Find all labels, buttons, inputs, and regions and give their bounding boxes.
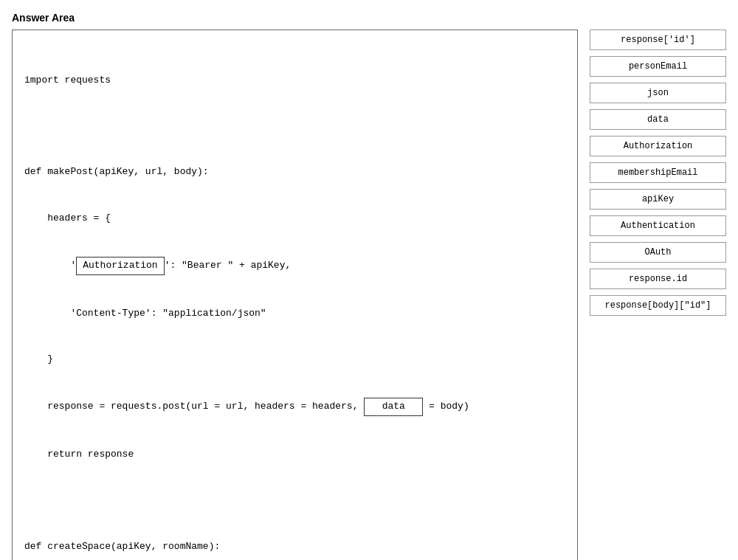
sidebar-item-json[interactable]: json <box>590 83 726 103</box>
code-line: headers = { <box>24 211 565 227</box>
code-line <box>24 493 565 508</box>
code-line: } <box>24 352 565 367</box>
sidebar-item-authorization[interactable]: Authorization <box>590 136 726 156</box>
sidebar-item-response-body-id[interactable]: response[body]["id"] <box>590 295 726 316</box>
code-line: return response <box>24 447 565 463</box>
main-container: import requests def makePost(apiKey, url… <box>12 30 726 560</box>
code-line: 'Authorization': "Bearer " + apiKey, <box>24 257 565 275</box>
code-box: import requests def makePost(apiKey, url… <box>12 30 578 560</box>
code-line: 'Content-Type': "application/json" <box>24 306 565 322</box>
sidebar-item-oauth[interactable]: OAuth <box>590 242 726 263</box>
code-line: def createSpace(apiKey, roomName): <box>24 539 565 555</box>
answer-area-label: Answer Area <box>12 12 726 24</box>
code-line: import requests <box>24 73 565 89</box>
code-line <box>24 119 565 134</box>
sidebar-item-authentication[interactable]: Authentication <box>590 215 726 236</box>
sidebar-item-api-key[interactable]: apiKey <box>590 189 726 210</box>
sidebar-item-response-dot-id[interactable]: response.id <box>590 269 726 289</box>
sidebar-item-data[interactable]: data <box>590 109 726 130</box>
code-line: response = requests.post(url = url, head… <box>24 398 565 416</box>
authorization-inline-box: Authorization <box>76 257 164 275</box>
code-line: def makePost(apiKey, url, body): <box>24 165 565 180</box>
sidebar-item-membership-email[interactable]: membershipEmail <box>590 162 726 183</box>
sidebar: response['id'] personEmail json data Aut… <box>590 30 726 316</box>
data-inline-box: data <box>364 398 423 416</box>
sidebar-item-response-id[interactable]: response['id'] <box>590 30 726 50</box>
sidebar-item-person-email[interactable]: personEmail <box>590 56 726 77</box>
